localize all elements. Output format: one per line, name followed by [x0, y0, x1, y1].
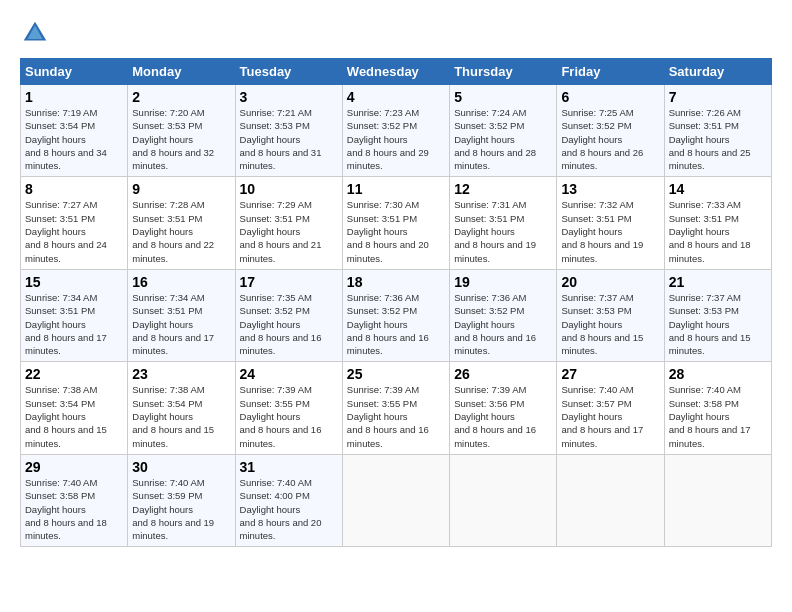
logo-icon [20, 18, 50, 48]
day-number: 30 [132, 459, 230, 475]
calendar-cell: 6 Sunrise: 7:25 AMSunset: 3:52 PMDayligh… [557, 85, 664, 177]
day-detail: Sunrise: 7:24 AMSunset: 3:52 PMDaylight … [454, 107, 536, 171]
day-number: 16 [132, 274, 230, 290]
day-number: 3 [240, 89, 338, 105]
day-number: 8 [25, 181, 123, 197]
day-detail: Sunrise: 7:38 AMSunset: 3:54 PMDaylight … [132, 384, 214, 448]
day-detail: Sunrise: 7:36 AMSunset: 3:52 PMDaylight … [454, 292, 536, 356]
day-detail: Sunrise: 7:39 AMSunset: 3:55 PMDaylight … [240, 384, 322, 448]
day-number: 2 [132, 89, 230, 105]
day-number: 15 [25, 274, 123, 290]
day-detail: Sunrise: 7:40 AMSunset: 3:58 PMDaylight … [669, 384, 751, 448]
day-number: 5 [454, 89, 552, 105]
day-detail: Sunrise: 7:28 AMSunset: 3:51 PMDaylight … [132, 199, 214, 263]
calendar-week-3: 15 Sunrise: 7:34 AMSunset: 3:51 PMDaylig… [21, 269, 772, 361]
calendar-cell: 4 Sunrise: 7:23 AMSunset: 3:52 PMDayligh… [342, 85, 449, 177]
day-detail: Sunrise: 7:23 AMSunset: 3:52 PMDaylight … [347, 107, 429, 171]
calendar-cell: 12 Sunrise: 7:31 AMSunset: 3:51 PMDaylig… [450, 177, 557, 269]
day-number: 17 [240, 274, 338, 290]
day-detail: Sunrise: 7:40 AMSunset: 3:57 PMDaylight … [561, 384, 643, 448]
calendar-col-monday: Monday [128, 59, 235, 85]
calendar-cell: 17 Sunrise: 7:35 AMSunset: 3:52 PMDaylig… [235, 269, 342, 361]
day-number: 20 [561, 274, 659, 290]
day-detail: Sunrise: 7:39 AMSunset: 3:55 PMDaylight … [347, 384, 429, 448]
day-number: 6 [561, 89, 659, 105]
calendar-cell [557, 454, 664, 546]
calendar-cell [342, 454, 449, 546]
day-detail: Sunrise: 7:30 AMSunset: 3:51 PMDaylight … [347, 199, 429, 263]
calendar-cell: 5 Sunrise: 7:24 AMSunset: 3:52 PMDayligh… [450, 85, 557, 177]
calendar-cell: 20 Sunrise: 7:37 AMSunset: 3:53 PMDaylig… [557, 269, 664, 361]
day-detail: Sunrise: 7:40 AMSunset: 3:58 PMDaylight … [25, 477, 107, 541]
calendar-header-row: SundayMondayTuesdayWednesdayThursdayFrid… [21, 59, 772, 85]
day-number: 10 [240, 181, 338, 197]
day-number: 28 [669, 366, 767, 382]
calendar-col-wednesday: Wednesday [342, 59, 449, 85]
calendar-cell: 25 Sunrise: 7:39 AMSunset: 3:55 PMDaylig… [342, 362, 449, 454]
calendar-cell: 18 Sunrise: 7:36 AMSunset: 3:52 PMDaylig… [342, 269, 449, 361]
calendar-cell: 29 Sunrise: 7:40 AMSunset: 3:58 PMDaylig… [21, 454, 128, 546]
calendar-week-2: 8 Sunrise: 7:27 AMSunset: 3:51 PMDayligh… [21, 177, 772, 269]
day-number: 31 [240, 459, 338, 475]
calendar-cell: 11 Sunrise: 7:30 AMSunset: 3:51 PMDaylig… [342, 177, 449, 269]
calendar-cell: 16 Sunrise: 7:34 AMSunset: 3:51 PMDaylig… [128, 269, 235, 361]
calendar-cell: 24 Sunrise: 7:39 AMSunset: 3:55 PMDaylig… [235, 362, 342, 454]
calendar-week-1: 1 Sunrise: 7:19 AMSunset: 3:54 PMDayligh… [21, 85, 772, 177]
day-number: 23 [132, 366, 230, 382]
calendar-body: 1 Sunrise: 7:19 AMSunset: 3:54 PMDayligh… [21, 85, 772, 547]
day-detail: Sunrise: 7:40 AMSunset: 4:00 PMDaylight … [240, 477, 322, 541]
calendar-cell: 8 Sunrise: 7:27 AMSunset: 3:51 PMDayligh… [21, 177, 128, 269]
day-detail: Sunrise: 7:31 AMSunset: 3:51 PMDaylight … [454, 199, 536, 263]
day-detail: Sunrise: 7:36 AMSunset: 3:52 PMDaylight … [347, 292, 429, 356]
day-number: 9 [132, 181, 230, 197]
calendar-cell: 30 Sunrise: 7:40 AMSunset: 3:59 PMDaylig… [128, 454, 235, 546]
day-number: 12 [454, 181, 552, 197]
calendar-cell: 23 Sunrise: 7:38 AMSunset: 3:54 PMDaylig… [128, 362, 235, 454]
header [20, 18, 772, 48]
day-number: 18 [347, 274, 445, 290]
calendar-cell: 22 Sunrise: 7:38 AMSunset: 3:54 PMDaylig… [21, 362, 128, 454]
day-detail: Sunrise: 7:27 AMSunset: 3:51 PMDaylight … [25, 199, 107, 263]
logo [20, 18, 56, 48]
calendar-cell: 21 Sunrise: 7:37 AMSunset: 3:53 PMDaylig… [664, 269, 771, 361]
page: SundayMondayTuesdayWednesdayThursdayFrid… [0, 0, 792, 612]
calendar-col-thursday: Thursday [450, 59, 557, 85]
calendar-col-saturday: Saturday [664, 59, 771, 85]
calendar-cell: 15 Sunrise: 7:34 AMSunset: 3:51 PMDaylig… [21, 269, 128, 361]
day-number: 24 [240, 366, 338, 382]
calendar-cell [664, 454, 771, 546]
day-number: 11 [347, 181, 445, 197]
day-detail: Sunrise: 7:29 AMSunset: 3:51 PMDaylight … [240, 199, 322, 263]
day-number: 21 [669, 274, 767, 290]
day-detail: Sunrise: 7:19 AMSunset: 3:54 PMDaylight … [25, 107, 107, 171]
day-detail: Sunrise: 7:21 AMSunset: 3:53 PMDaylight … [240, 107, 322, 171]
day-detail: Sunrise: 7:26 AMSunset: 3:51 PMDaylight … [669, 107, 751, 171]
calendar-col-sunday: Sunday [21, 59, 128, 85]
calendar-cell: 9 Sunrise: 7:28 AMSunset: 3:51 PMDayligh… [128, 177, 235, 269]
day-detail: Sunrise: 7:38 AMSunset: 3:54 PMDaylight … [25, 384, 107, 448]
day-number: 4 [347, 89, 445, 105]
calendar-cell [450, 454, 557, 546]
day-detail: Sunrise: 7:37 AMSunset: 3:53 PMDaylight … [561, 292, 643, 356]
calendar-cell: 28 Sunrise: 7:40 AMSunset: 3:58 PMDaylig… [664, 362, 771, 454]
calendar-week-5: 29 Sunrise: 7:40 AMSunset: 3:58 PMDaylig… [21, 454, 772, 546]
day-number: 25 [347, 366, 445, 382]
calendar-week-4: 22 Sunrise: 7:38 AMSunset: 3:54 PMDaylig… [21, 362, 772, 454]
calendar-cell: 13 Sunrise: 7:32 AMSunset: 3:51 PMDaylig… [557, 177, 664, 269]
calendar-cell: 2 Sunrise: 7:20 AMSunset: 3:53 PMDayligh… [128, 85, 235, 177]
calendar-cell: 14 Sunrise: 7:33 AMSunset: 3:51 PMDaylig… [664, 177, 771, 269]
calendar-col-friday: Friday [557, 59, 664, 85]
day-number: 22 [25, 366, 123, 382]
day-detail: Sunrise: 7:34 AMSunset: 3:51 PMDaylight … [132, 292, 214, 356]
day-detail: Sunrise: 7:35 AMSunset: 3:52 PMDaylight … [240, 292, 322, 356]
day-detail: Sunrise: 7:39 AMSunset: 3:56 PMDaylight … [454, 384, 536, 448]
day-number: 1 [25, 89, 123, 105]
day-number: 19 [454, 274, 552, 290]
day-detail: Sunrise: 7:20 AMSunset: 3:53 PMDaylight … [132, 107, 214, 171]
calendar-col-tuesday: Tuesday [235, 59, 342, 85]
calendar-cell: 31 Sunrise: 7:40 AMSunset: 4:00 PMDaylig… [235, 454, 342, 546]
calendar-cell: 10 Sunrise: 7:29 AMSunset: 3:51 PMDaylig… [235, 177, 342, 269]
calendar-cell: 7 Sunrise: 7:26 AMSunset: 3:51 PMDayligh… [664, 85, 771, 177]
calendar-cell: 26 Sunrise: 7:39 AMSunset: 3:56 PMDaylig… [450, 362, 557, 454]
day-number: 29 [25, 459, 123, 475]
